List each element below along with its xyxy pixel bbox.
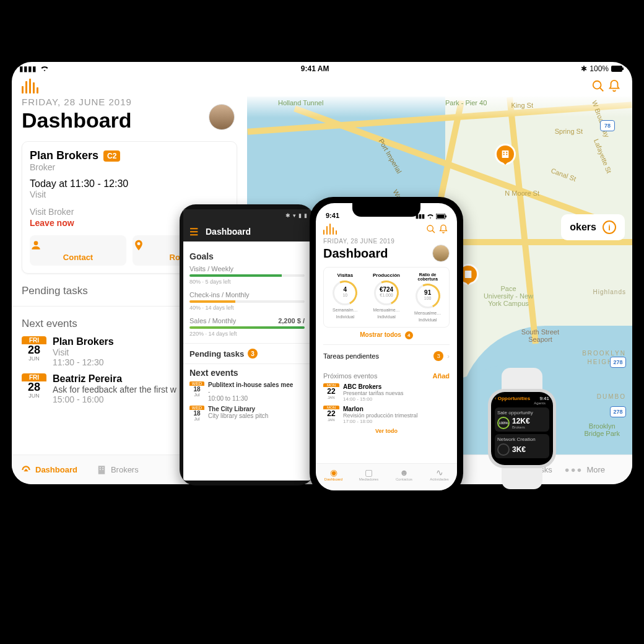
watch-opportunity[interactable]: Sale opportunity 100% 12K€ Brokers bbox=[495, 407, 549, 432]
event-title: Beatriz Pereira bbox=[53, 373, 176, 385]
svg-point-4 bbox=[34, 241, 38, 245]
pending-badge: 3 bbox=[248, 349, 258, 359]
card-note: Visit Broker bbox=[30, 207, 74, 217]
iphone-device: 9:41 ▮▮▮ FRIDAY, 28 JUNE 2019 bbox=[310, 197, 463, 497]
contact-button[interactable]: Contact bbox=[30, 235, 126, 266]
kpi-ratio[interactable]: Ratio de cobertura 91100 Mensualme… Indi… bbox=[409, 272, 446, 322]
signal-icon: ▮ bbox=[298, 212, 302, 219]
pending-badge: 3 bbox=[433, 351, 443, 361]
map-pin[interactable] bbox=[495, 144, 516, 165]
event-datebox: FRI 28 JUN bbox=[22, 336, 46, 367]
leave-now[interactable]: Leave now bbox=[30, 218, 74, 228]
map-callout[interactable]: okers i bbox=[561, 214, 625, 240]
android-event-item[interactable]: WED18Jul Publitext in-house sales mee - … bbox=[189, 381, 305, 402]
status-time: 9:41 bbox=[326, 212, 339, 219]
svg-rect-10 bbox=[465, 271, 472, 278]
android-status-bar: ✱ ▾ ▮ ▮ bbox=[183, 209, 311, 222]
battery-icon bbox=[611, 66, 625, 72]
goal-item[interactable]: Visits / Weekly 80% · 5 days left bbox=[189, 265, 305, 285]
svg-rect-14 bbox=[100, 469, 101, 470]
svg-rect-1 bbox=[622, 67, 624, 70]
watch-opportunity[interactable]: Network Creation 3K€ bbox=[495, 434, 549, 458]
card-subtitle: Broker bbox=[30, 162, 229, 172]
map-poi-bbpark: Brooklyn Bridge Park bbox=[585, 422, 620, 437]
svg-point-20 bbox=[427, 225, 433, 231]
tab-more[interactable]: ●●● More bbox=[565, 465, 605, 474]
progress-ring: 100% bbox=[497, 417, 510, 429]
search-icon[interactable] bbox=[590, 78, 606, 94]
tab-dashboard[interactable]: ◉Dashboard bbox=[316, 464, 351, 490]
svg-rect-5 bbox=[502, 150, 509, 158]
kpi-card: Visitas 410 Semanalm… Individual Producc… bbox=[323, 267, 450, 328]
iphone-tabbar: ◉Dashboard ▢Mediadores ☻Contactos ∿Activ… bbox=[316, 463, 457, 490]
signal-icon: ▮▮▮▮ bbox=[19, 64, 37, 73]
svg-rect-13 bbox=[102, 467, 103, 468]
watch-header: ‹ Opportunities 9:41 bbox=[495, 396, 549, 401]
watch-screen: ‹ Opportunities 9:41 Agents Sale opportu… bbox=[491, 392, 553, 465]
iphone-pending-tasks[interactable]: Tareas pendientes 3 › bbox=[323, 344, 450, 367]
svg-rect-9 bbox=[506, 154, 507, 155]
avatar[interactable] bbox=[432, 245, 450, 262]
menu-icon[interactable]: ☰ bbox=[189, 226, 198, 238]
svg-rect-7 bbox=[506, 152, 507, 153]
ver-todo-button[interactable]: Ver todo bbox=[323, 428, 450, 434]
android-header: ☰ Dashboard bbox=[183, 222, 311, 242]
map-label: Lafayette St bbox=[593, 138, 613, 175]
show-all-button[interactable]: Mostrar todos 4 bbox=[323, 331, 450, 339]
tab-actividades[interactable]: ∿Actividades bbox=[422, 464, 457, 490]
tab-contactos[interactable]: ☻Contactos bbox=[386, 464, 422, 490]
status-time: 9:41 AM bbox=[49, 64, 581, 73]
iphone-header bbox=[316, 220, 457, 238]
iphone-title: Dashboard bbox=[323, 246, 388, 261]
wifi-icon: ▾ bbox=[293, 212, 296, 219]
battery-icon bbox=[436, 214, 447, 219]
page-title: Dashboard bbox=[22, 108, 132, 133]
android-device: ✱ ▾ ▮ ▮ ☰ Dashboard Goals Visits / Weekl… bbox=[180, 204, 315, 485]
iphone-screen: 9:41 ▮▮▮ FRIDAY, 28 JUNE 2019 bbox=[316, 203, 457, 490]
svg-rect-12 bbox=[100, 467, 101, 468]
svg-rect-8 bbox=[503, 154, 505, 155]
bell-icon[interactable] bbox=[606, 78, 622, 94]
app-logo[interactable] bbox=[22, 79, 38, 94]
battery-text: 100% bbox=[590, 64, 609, 73]
back-icon[interactable]: ‹ bbox=[495, 396, 497, 401]
watch-device: ‹ Opportunities 9:41 Agents Sale opportu… bbox=[483, 368, 561, 489]
bell-icon[interactable] bbox=[437, 223, 450, 235]
iphone-event-item[interactable]: MON22JAN ABC Brokers Presentar tarifas n… bbox=[323, 383, 450, 402]
map-label: Canal St bbox=[550, 167, 577, 183]
progress-ring bbox=[497, 443, 510, 456]
tablet-header bbox=[12, 76, 632, 97]
bluetooth-icon: ✱ bbox=[581, 64, 587, 73]
kpi-produccion[interactable]: Producción €724€1.000 Mensualme… Individ… bbox=[368, 272, 406, 322]
search-icon[interactable] bbox=[425, 223, 437, 235]
tab-dashboard[interactable]: Dashboard bbox=[20, 464, 77, 476]
android-title: Dashboard bbox=[206, 227, 251, 237]
tab-mediadores[interactable]: ▢Mediadores bbox=[351, 464, 386, 490]
info-icon[interactable]: i bbox=[603, 220, 616, 234]
svg-point-2 bbox=[593, 81, 601, 89]
map-label: King St bbox=[511, 102, 533, 109]
event-title: Plan Brokers bbox=[53, 336, 114, 347]
svg-rect-0 bbox=[611, 66, 622, 72]
map-poi-seaport: South Street Seaport bbox=[521, 328, 559, 343]
svg-rect-19 bbox=[445, 215, 446, 217]
bt-icon: ✱ bbox=[285, 212, 290, 219]
avatar[interactable] bbox=[209, 104, 235, 130]
goal-item[interactable]: Check-ins / Monthly 40% · 14 days left bbox=[189, 291, 305, 311]
date-line: FRIDAY, 28 JUNE 2019 bbox=[22, 97, 237, 107]
tab-brokers[interactable]: Brokers bbox=[96, 464, 139, 476]
wifi-icon bbox=[40, 66, 49, 72]
svg-rect-6 bbox=[503, 152, 505, 153]
goal-item[interactable]: Sales / Monthly2,200 $ / 220% · 14 days … bbox=[189, 317, 305, 337]
map-poi-pace: Pace University - New York Campus bbox=[484, 285, 533, 307]
android-event-item[interactable]: WED18Jul The City Library City library s… bbox=[189, 406, 305, 421]
card-when: Today at 11:30 - 12:30 bbox=[30, 178, 229, 189]
android-pending-tasks[interactable]: Pending tasks 3 bbox=[183, 343, 311, 364]
add-event-button[interactable]: Añad bbox=[433, 372, 450, 380]
chevron-right-icon: › bbox=[447, 352, 450, 360]
app-logo[interactable] bbox=[323, 224, 337, 235]
kpi-visitas[interactable]: Visitas 410 Semanalm… Individual bbox=[326, 272, 364, 322]
contact-icon bbox=[30, 239, 126, 251]
iphone-event-item[interactable]: MON22JAN Marlon Revisión producción trim… bbox=[323, 406, 450, 424]
watch-time: 9:41 bbox=[539, 396, 549, 401]
